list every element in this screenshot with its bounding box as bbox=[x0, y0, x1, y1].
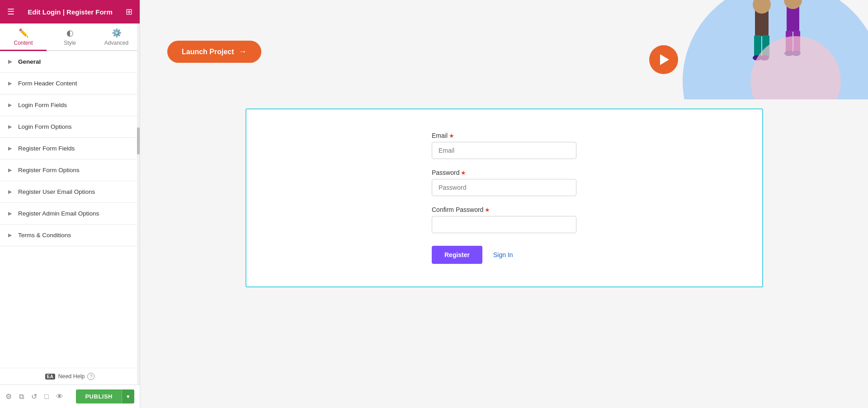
accordion-item-form-header-content[interactable]: ▶ Form Header Content bbox=[0, 73, 140, 94]
grid-icon[interactable]: ⊞ bbox=[126, 7, 132, 17]
right-content: Launch Project → bbox=[140, 0, 868, 408]
register-button[interactable]: Register bbox=[432, 246, 482, 264]
form-inner: Email ★ Password ★ Confirm Password ★ bbox=[432, 132, 576, 264]
launch-project-label: Launch Project bbox=[182, 48, 234, 56]
confirm-password-label: Confirm Password ★ bbox=[432, 206, 576, 213]
scrollbar-track[interactable] bbox=[137, 23, 140, 385]
tab-advanced[interactable]: ⚙️ Advanced bbox=[93, 23, 140, 51]
signin-link[interactable]: Sign In bbox=[493, 251, 513, 258]
accordion-label-form-header-content: Form Header Content bbox=[18, 80, 77, 87]
play-triangle-icon bbox=[660, 54, 669, 65]
accordion-label-register-admin-email-options: Register Admin Email Options bbox=[18, 210, 99, 217]
accordion-label-login-form-fields: Login Form Fields bbox=[18, 102, 67, 108]
content-top-area: Launch Project → bbox=[140, 0, 868, 104]
email-input[interactable] bbox=[432, 142, 576, 159]
accordion-item-login-form-options[interactable]: ▶ Login Form Options bbox=[0, 116, 140, 138]
tab-advanced-label: Advanced bbox=[104, 40, 128, 46]
accordion-label-terms-conditions: Terms & Conditions bbox=[18, 232, 71, 239]
accordion-arrow-fhc: ▶ bbox=[8, 80, 12, 86]
email-required-star: ★ bbox=[449, 132, 454, 139]
top-bar: ☰ Edit Login | Register Form ⊞ bbox=[0, 0, 140, 23]
need-help-text: Need Help bbox=[58, 373, 85, 380]
accordion-item-login-form-fields[interactable]: ▶ Login Form Fields bbox=[0, 94, 140, 116]
accordion-arrow-lff: ▶ bbox=[8, 102, 12, 108]
tab-content[interactable]: ✏️ Content bbox=[0, 23, 47, 51]
email-label: Email ★ bbox=[432, 132, 576, 139]
accordion-arrow-lfo: ▶ bbox=[8, 124, 12, 130]
accordion-arrow-raeo: ▶ bbox=[8, 211, 12, 216]
launch-project-button[interactable]: Launch Project → bbox=[167, 41, 261, 63]
tab-style[interactable]: ◐ Style bbox=[47, 23, 93, 51]
scrollbar-thumb[interactable] bbox=[137, 127, 140, 155]
advanced-tab-icon: ⚙️ bbox=[112, 28, 122, 38]
accordion-arrow-general: ▶ bbox=[8, 59, 12, 65]
confirm-password-field-group: Confirm Password ★ bbox=[432, 206, 576, 233]
bottom-icon-group: ⚙ ⧉ ↺ □ 👁 bbox=[5, 392, 63, 401]
accordion-list: ▶ General ▶ Form Header Content ▶ Login … bbox=[0, 51, 140, 368]
settings-icon[interactable]: ⚙ bbox=[5, 392, 12, 401]
accordion-item-general[interactable]: ▶ General bbox=[0, 51, 140, 73]
play-button[interactable] bbox=[649, 45, 678, 74]
style-tab-icon: ◐ bbox=[66, 28, 74, 38]
left-panel: ☰ Edit Login | Register Form ⊞ ✏️ Conten… bbox=[0, 0, 140, 408]
tab-content-label: Content bbox=[14, 40, 33, 46]
password-field-group: Password ★ bbox=[432, 169, 576, 196]
email-field-group: Email ★ bbox=[432, 132, 576, 159]
help-circle-icon: ? bbox=[87, 373, 94, 380]
accordion-item-register-admin-email-options[interactable]: ▶ Register Admin Email Options bbox=[0, 203, 140, 225]
history-icon[interactable]: ↺ bbox=[31, 392, 37, 401]
editor-title: Edit Login | Register Form bbox=[28, 8, 113, 16]
accordion-item-register-form-fields[interactable]: ▶ Register Form Fields bbox=[0, 138, 140, 159]
content-tab-icon: ✏️ bbox=[19, 28, 28, 38]
password-required-star: ★ bbox=[461, 169, 466, 176]
accordion-label-general: General bbox=[18, 58, 41, 65]
password-input[interactable] bbox=[432, 179, 576, 196]
layers-icon[interactable]: ⧉ bbox=[19, 393, 24, 401]
accordion-item-register-user-email-options[interactable]: ▶ Register User Email Options bbox=[0, 181, 140, 203]
responsive-icon[interactable]: □ bbox=[44, 393, 49, 401]
accordion-item-terms-conditions[interactable]: ▶ Terms & Conditions bbox=[0, 225, 140, 246]
accordion-arrow-rueo: ▶ bbox=[8, 189, 12, 195]
accordion-label-login-form-options: Login Form Options bbox=[18, 123, 72, 130]
ea-badge: EA bbox=[45, 374, 56, 380]
password-label: Password ★ bbox=[432, 169, 576, 176]
accordion-label-register-form-fields: Register Form Fields bbox=[18, 145, 75, 152]
tabs-bar: ✏️ Content ◐ Style ⚙️ Advanced bbox=[0, 23, 140, 51]
publish-btn-group: PUBLISH ▾ bbox=[76, 389, 134, 403]
accordion-label-register-user-email-options: Register User Email Options bbox=[18, 188, 95, 195]
publish-dropdown-arrow[interactable]: ▾ bbox=[122, 389, 134, 403]
form-container: Email ★ Password ★ Confirm Password ★ bbox=[245, 108, 763, 287]
preview-icon[interactable]: 👁 bbox=[56, 393, 63, 401]
bottom-bar: ⚙ ⧉ ↺ □ 👁 PUBLISH ▾ bbox=[0, 385, 140, 408]
accordion-arrow-rfo: ▶ bbox=[8, 167, 12, 173]
hamburger-icon[interactable]: ☰ bbox=[7, 7, 14, 17]
accordion-label-register-form-options: Register Form Options bbox=[18, 167, 80, 174]
publish-button[interactable]: PUBLISH bbox=[76, 389, 122, 403]
launch-arrow-icon: → bbox=[239, 47, 247, 56]
form-actions: Register Sign In bbox=[432, 246, 576, 264]
need-help-section[interactable]: EA Need Help ? bbox=[0, 368, 140, 385]
accordion-arrow-tc: ▶ bbox=[8, 232, 12, 238]
confirm-password-required-star: ★ bbox=[485, 206, 490, 213]
accordion-item-register-form-options[interactable]: ▶ Register Form Options bbox=[0, 159, 140, 181]
accordion-arrow-rff: ▶ bbox=[8, 145, 12, 151]
confirm-password-input[interactable] bbox=[432, 216, 576, 233]
tab-style-label: Style bbox=[64, 40, 76, 46]
